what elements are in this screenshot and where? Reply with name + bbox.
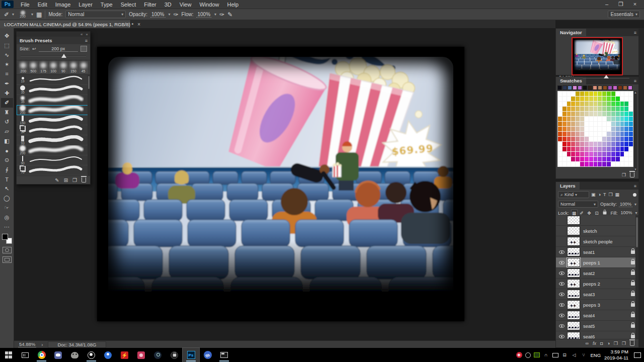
- visibility-toggle[interactable]: [556, 272, 567, 275]
- taskbar-file-explorer-window[interactable]: [216, 348, 232, 362]
- color-swatch[interactable]: [567, 137, 571, 141]
- size-value[interactable]: 200 px: [39, 46, 78, 52]
- recent-swatch[interactable]: [598, 85, 602, 90]
- color-swatch[interactable]: [571, 142, 575, 146]
- lasso-tool[interactable]: ∿: [1, 50, 13, 60]
- color-swatch[interactable]: [589, 102, 593, 106]
- layer-thumbnail[interactable]: [567, 268, 580, 278]
- color-swatch[interactable]: [567, 122, 571, 126]
- color-swatch[interactable]: [594, 162, 598, 166]
- brush-tool[interactable]: ✐: [1, 98, 13, 108]
- recent-swatch[interactable]: [568, 85, 572, 90]
- recent-swatch[interactable]: [608, 85, 612, 90]
- tab-swatches[interactable]: Swatches: [556, 77, 586, 84]
- layer-opacity-value[interactable]: 100%: [619, 202, 632, 207]
- color-swatch[interactable]: [576, 127, 580, 131]
- reset-size-icon[interactable]: ↩: [32, 46, 36, 51]
- menu-select[interactable]: Select: [117, 2, 140, 8]
- taskbar-lightning-app[interactable]: ⚡: [116, 348, 133, 362]
- stroke-preview-toggle-icon[interactable]: ✎: [55, 177, 59, 183]
- color-swatch[interactable]: [624, 142, 628, 146]
- color-swatch[interactable]: [602, 92, 606, 96]
- recent-swatch[interactable]: [623, 85, 627, 90]
- menu-file[interactable]: File: [17, 2, 34, 8]
- brush-picker-caret-icon[interactable]: ▾: [31, 12, 33, 17]
- status-flyout-icon[interactable]: ›: [41, 342, 43, 347]
- color-swatch[interactable]: [620, 107, 624, 111]
- color-swatch[interactable]: [616, 127, 620, 131]
- color-swatch[interactable]: [567, 147, 571, 151]
- document-tab[interactable]: LOCATION MALL CINEMA.psd @ 54.9% (peeps …: [0, 20, 131, 28]
- color-swatch[interactable]: [567, 142, 571, 146]
- color-swatch[interactable]: [616, 102, 620, 106]
- color-swatch[interactable]: [616, 107, 620, 111]
- close-button[interactable]: ×: [632, 1, 638, 8]
- color-swatch[interactable]: [567, 162, 571, 166]
- color-swatch[interactable]: [602, 152, 606, 156]
- color-swatch[interactable]: [598, 117, 602, 121]
- color-swatch[interactable]: [629, 127, 633, 131]
- filter-smart-objects-icon[interactable]: ▦: [615, 192, 620, 197]
- color-swatch[interactable]: [607, 117, 611, 121]
- taskbar-discord[interactable]: [50, 348, 66, 362]
- color-swatch[interactable]: [580, 162, 584, 166]
- color-swatch[interactable]: [611, 147, 615, 151]
- recent-swatch[interactable]: [573, 85, 577, 90]
- layer-thumbnail[interactable]: [567, 279, 580, 288]
- color-swatch[interactable]: [624, 157, 628, 161]
- visibility-toggle[interactable]: [556, 303, 567, 307]
- color-swatch[interactable]: [594, 127, 598, 131]
- color-swatch[interactable]: [558, 147, 562, 151]
- color-swatch[interactable]: [580, 147, 584, 151]
- flow-pressure-icon[interactable]: ✎: [227, 10, 232, 20]
- color-swatch[interactable]: [585, 152, 589, 156]
- color-swatch[interactable]: [558, 92, 562, 96]
- brush-item-200[interactable]: 200: [17, 145, 90, 155]
- color-swatch[interactable]: [589, 162, 593, 166]
- quick-mask-button[interactable]: [3, 247, 12, 253]
- visibility-toggle[interactable]: [556, 282, 567, 286]
- filter-shape-layers-icon[interactable]: ❒: [608, 192, 612, 197]
- opacity-value[interactable]: 100%: [150, 12, 166, 18]
- color-swatch[interactable]: [620, 132, 624, 136]
- toolbar-overflow[interactable]: ⋯: [1, 222, 13, 232]
- color-swatch[interactable]: [571, 162, 575, 166]
- color-swatch[interactable]: [620, 137, 624, 141]
- color-swatch[interactable]: [576, 162, 580, 166]
- color-swatch[interactable]: [598, 162, 602, 166]
- visibility-toggle[interactable]: [556, 324, 567, 328]
- color-swatch[interactable]: [562, 127, 567, 131]
- color-swatch[interactable]: [611, 152, 615, 156]
- color-swatch[interactable]: [616, 117, 620, 121]
- color-swatch[interactable]: [580, 122, 584, 126]
- color-swatch[interactable]: [585, 132, 589, 136]
- color-swatch[interactable]: [598, 157, 602, 161]
- blur-tool[interactable]: ●: [1, 146, 13, 155]
- taskbar-map-pin-app[interactable]: [100, 348, 116, 362]
- color-swatch[interactable]: [629, 132, 633, 136]
- recent-swatch[interactable]: [588, 85, 592, 90]
- color-swatch[interactable]: [558, 152, 562, 156]
- color-swatch[interactable]: [585, 97, 589, 101]
- color-swatch[interactable]: [589, 122, 593, 126]
- layer-row-seat3[interactable]: seat3: [556, 289, 638, 300]
- new-swatch-icon[interactable]: ❐: [622, 172, 626, 177]
- color-swatch[interactable]: [558, 142, 562, 146]
- color-swatch[interactable]: [607, 147, 611, 151]
- visibility-toggle[interactable]: [556, 314, 567, 317]
- shape-tool[interactable]: ◯: [1, 194, 13, 203]
- color-swatch[interactable]: [611, 97, 615, 101]
- tray-volume-icon[interactable]: ◁: [571, 352, 578, 358]
- color-swatch[interactable]: [598, 132, 602, 136]
- color-swatch[interactable]: [616, 122, 620, 126]
- color-swatch[interactable]: [620, 102, 624, 106]
- color-swatch[interactable]: [607, 107, 611, 111]
- color-swatch[interactable]: [598, 127, 602, 131]
- color-swatch[interactable]: [616, 97, 620, 101]
- color-swatch[interactable]: [580, 152, 584, 156]
- layer-mask-icon[interactable]: ◘: [600, 341, 603, 346]
- action-center-icon[interactable]: [634, 352, 641, 358]
- color-swatch[interactable]: [562, 142, 567, 146]
- visibility-toggle[interactable]: [556, 261, 567, 264]
- color-swatch[interactable]: [602, 112, 606, 116]
